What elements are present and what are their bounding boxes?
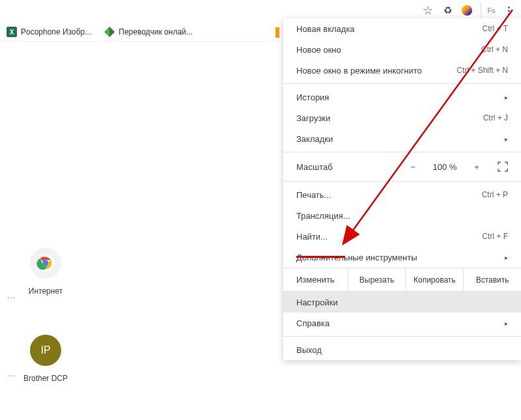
newtab-shortcuts: Интернет IP Brother DCP <box>7 247 85 383</box>
chevron-right-icon: ▸ <box>505 254 508 261</box>
ellipsis-icon: … <box>7 290 16 300</box>
chrome-icon <box>36 254 55 272</box>
zoom-in-button[interactable]: + <box>469 162 485 172</box>
menu-new-tab[interactable]: Новая вкладка Ctrl + T <box>283 18 521 39</box>
menu-downloads[interactable]: Загрузки Ctrl + J <box>283 107 521 128</box>
menu-label: Новое окно в режиме инкогнито <box>296 66 422 76</box>
bookmark-star-icon[interactable]: ☆ <box>422 5 434 16</box>
menu-label: Масштаб <box>296 162 355 172</box>
browser-toolbar: ☆ ♻ Fs <box>422 3 514 18</box>
menu-incognito[interactable]: Новое окно в режиме инкогнито Ctrl + Shi… <box>283 60 521 81</box>
extension-icon[interactable] <box>461 5 473 16</box>
menu-label: Найти... <box>296 232 328 242</box>
shortcut-internet[interactable]: Интернет <box>7 247 85 296</box>
menu-print[interactable]: Печать... Ctrl + P <box>283 184 521 205</box>
menu-label: Закладки <box>296 134 333 144</box>
bookmarks-bar: X Pocophone Изобр... Переводчик онлай... <box>0 23 280 42</box>
menu-divider <box>283 83 521 84</box>
copy-button[interactable]: Копировать <box>406 269 464 291</box>
menu-shortcut: Ctrl + N <box>481 45 508 54</box>
excel-icon: X <box>7 27 17 37</box>
menu-label: Изменить <box>283 268 348 291</box>
menu-label: Выход <box>296 345 322 355</box>
menu-cast[interactable]: Трансляция... <box>283 205 521 226</box>
menu-label: Справка <box>296 318 330 328</box>
menu-label: История <box>296 92 329 102</box>
menu-history[interactable]: История ▸ <box>283 87 521 107</box>
ellipsis-icon: … <box>7 368 16 378</box>
shortcut-brother-dcp[interactable]: IP Brother DCP <box>7 335 85 383</box>
svg-point-1 <box>44 261 48 266</box>
zoom-value: 100 % <box>429 162 461 172</box>
recycle-icon[interactable]: ♻ <box>442 5 453 16</box>
menu-shortcut: Ctrl + F <box>482 232 508 241</box>
menu-shortcut: Ctrl + J <box>483 113 508 122</box>
menu-label: Новое окно <box>296 45 341 55</box>
menu-label: Новая вкладка <box>296 24 355 34</box>
zoom-out-button[interactable]: − <box>405 162 421 172</box>
menu-shortcut: Ctrl + Shift + N <box>457 66 508 75</box>
chrome-main-menu: Новая вкладка Ctrl + T Новое окно Ctrl +… <box>283 18 521 360</box>
bookmark-label: Переводчик онлай... <box>119 27 193 36</box>
menu-settings[interactable]: Настройки <box>283 292 521 313</box>
fs-extension-icon[interactable]: Fs <box>481 3 495 18</box>
menu-divider <box>283 181 521 182</box>
shortcut-label: Интернет <box>29 287 63 296</box>
bookmark-item-pocophone[interactable]: X Pocophone Изобр... <box>7 27 91 37</box>
menu-help[interactable]: Справка ▸ <box>283 313 521 333</box>
menu-edit-row: Изменить Вырезать Копировать Вставить <box>283 268 521 292</box>
menu-label: Загрузки <box>296 113 330 123</box>
menu-exit[interactable]: Выход <box>283 339 521 360</box>
bookmark-label: Pocophone Изобр... <box>21 27 91 36</box>
translate-icon <box>104 27 115 37</box>
menu-label: Трансляция... <box>296 211 350 221</box>
chevron-right-icon: ▸ <box>505 94 508 101</box>
chevron-right-icon: ▸ <box>505 135 508 143</box>
shortcut-label: Brother DCP <box>23 374 68 383</box>
menu-divider <box>283 152 521 152</box>
bookmark-item-translate[interactable]: Переводчик онлай... <box>104 27 193 37</box>
menu-shortcut: Ctrl + T <box>483 24 508 33</box>
menu-bookmarks[interactable]: Закладки ▸ <box>283 128 521 149</box>
shortcut-icon-container <box>30 247 61 279</box>
menu-label: Печать... <box>296 190 331 200</box>
annotation-underline <box>296 256 345 258</box>
chevron-right-icon: ▸ <box>505 320 508 327</box>
more-menu-icon[interactable] <box>503 5 514 16</box>
menu-label: Настройки <box>296 298 338 307</box>
menu-zoom-row: Масштаб − 100 % + <box>283 155 521 178</box>
ip-icon: IP <box>30 335 61 366</box>
menu-find[interactable]: Найти... Ctrl + F <box>283 226 521 247</box>
cut-button[interactable]: Вырезать <box>348 269 406 291</box>
fullscreen-icon[interactable] <box>498 161 508 172</box>
menu-shortcut: Ctrl + P <box>482 190 508 199</box>
bookmark-overflow-icon[interactable] <box>275 27 279 38</box>
menu-new-window[interactable]: Новое окно Ctrl + N <box>283 39 521 60</box>
paste-button[interactable]: Вставить <box>464 269 521 291</box>
menu-divider <box>283 336 521 337</box>
